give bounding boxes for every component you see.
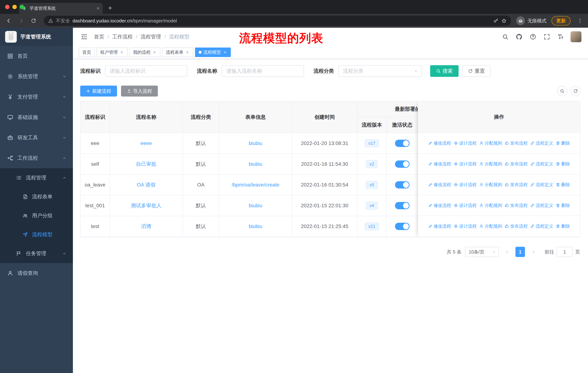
tag-tenant-management[interactable]: 租户管理 <box>97 48 128 57</box>
form-info-link[interactable]: biubiu <box>249 161 262 167</box>
action-publish-link[interactable]: 发布流程 <box>505 182 528 188</box>
action-edit-link[interactable]: 修改流程 <box>428 223 451 229</box>
process-name-link[interactable]: 测试多审批人 <box>131 203 161 208</box>
process-name-link[interactable]: 滔博 <box>141 223 151 229</box>
action-assign-rules-link[interactable]: 分配规则 <box>479 182 502 188</box>
sidebar-item-payment[interactable]: 支付管理 <box>0 87 73 107</box>
process-name-link[interactable]: OA 请假 <box>137 182 156 188</box>
font-size-button[interactable] <box>557 33 565 41</box>
browser-tab[interactable]: 芋道管理系统 <box>19 3 103 14</box>
reset-button[interactable]: 重置 <box>462 65 491 77</box>
action-delete-link[interactable]: 删除 <box>556 223 570 229</box>
fullscreen-button[interactable] <box>543 33 551 41</box>
prev-page-button[interactable] <box>502 247 512 257</box>
form-info-link[interactable]: /bpm/oa/leave/create <box>232 182 279 188</box>
search-button[interactable]: 搜索 <box>430 65 459 77</box>
forward-button[interactable] <box>16 16 26 26</box>
action-definition-link[interactable]: 流程定义 <box>530 202 553 208</box>
sidebar-item-home[interactable]: 首页 <box>0 46 73 66</box>
action-definition-link[interactable]: 流程定义 <box>530 161 553 167</box>
form-info-link[interactable]: biubiu <box>249 141 262 146</box>
sidebar-item-leave-query[interactable]: 请假查询 <box>0 263 73 283</box>
breadcrumb-home[interactable]: 首页 <box>94 33 104 40</box>
current-page-button[interactable]: 1 <box>515 247 525 257</box>
tag-process-model[interactable]: 流程模型 <box>195 48 231 57</box>
active-toggle[interactable] <box>395 202 410 209</box>
active-toggle[interactable] <box>395 181 410 189</box>
breadcrumb-process-management[interactable]: 流程管理 <box>133 33 161 40</box>
import-process-button[interactable]: 导入流程 <box>121 86 158 97</box>
action-edit-link[interactable]: 修改流程 <box>428 161 451 167</box>
action-assign-rules-link[interactable]: 分配规则 <box>479 223 502 229</box>
action-assign-rules-link[interactable]: 分配规则 <box>479 161 502 167</box>
process-name-input[interactable] <box>222 65 304 77</box>
action-publish-link[interactable]: 发布流程 <box>505 140 528 146</box>
back-button[interactable] <box>4 16 14 26</box>
form-info-link[interactable]: biubiu <box>249 203 262 208</box>
action-assign-rules-link[interactable]: 分配规则 <box>479 202 502 208</box>
action-definition-link[interactable]: 流程定义 <box>530 223 553 229</box>
create-process-button[interactable]: 新建流程 <box>80 86 117 97</box>
tag-my-process[interactable]: 我的流程 <box>129 48 160 57</box>
browser-update-button[interactable]: 更新 <box>552 16 570 26</box>
bookmark-star-icon[interactable] <box>501 18 507 23</box>
action-publish-link[interactable]: 发布流程 <box>505 161 528 167</box>
action-design-link[interactable]: 设计流程 <box>454 202 477 208</box>
zoom-window-button[interactable] <box>20 5 24 9</box>
page-size-select[interactable]: 10条/页 <box>465 247 499 257</box>
active-toggle[interactable] <box>395 140 410 147</box>
action-design-link[interactable]: 设计流程 <box>454 161 477 167</box>
process-category-select[interactable]: 流程分类 <box>338 65 422 77</box>
sidebar-item-infrastructure[interactable]: 基础设施 <box>0 107 73 128</box>
new-tab-button[interactable] <box>105 3 115 13</box>
action-definition-link[interactable]: 流程定义 <box>530 182 553 188</box>
github-link-button[interactable] <box>515 33 523 41</box>
action-delete-link[interactable]: 删除 <box>556 202 570 208</box>
help-button[interactable] <box>529 33 537 41</box>
process-name-link[interactable]: eeee <box>141 141 152 146</box>
action-design-link[interactable]: 设计流程 <box>454 182 477 188</box>
action-publish-link[interactable]: 发布流程 <box>505 202 528 208</box>
form-info-link[interactable]: biubiu <box>249 223 262 229</box>
tag-close-icon[interactable] <box>185 50 189 54</box>
action-delete-link[interactable]: 删除 <box>556 161 570 167</box>
close-window-button[interactable] <box>5 5 10 9</box>
sidebar-item-user-group[interactable]: 用户分组 <box>0 206 73 225</box>
action-edit-link[interactable]: 修改流程 <box>428 140 451 146</box>
action-delete-link[interactable]: 删除 <box>556 182 570 188</box>
sidebar-item-process-form[interactable]: 流程表单 <box>0 187 73 206</box>
action-edit-link[interactable]: 修改流程 <box>428 202 451 208</box>
action-design-link[interactable]: 设计流程 <box>454 140 477 146</box>
user-avatar[interactable] <box>570 31 581 42</box>
sidebar-item-system[interactable]: 系统管理 <box>0 66 73 87</box>
tag-home[interactable]: 首页 <box>79 48 95 57</box>
action-design-link[interactable]: 设计流程 <box>454 223 477 229</box>
sidebar-collapse-button[interactable] <box>78 30 90 43</box>
action-definition-link[interactable]: 流程定义 <box>530 140 553 146</box>
security-label[interactable]: 不安全 <box>56 18 70 24</box>
sidebar-item-task-management[interactable]: 任务管理 <box>0 244 73 263</box>
password-key-icon[interactable] <box>493 18 499 23</box>
minimize-window-button[interactable] <box>12 5 17 9</box>
action-publish-link[interactable]: 发布流程 <box>505 223 528 229</box>
browser-menu-button[interactable] <box>576 16 584 25</box>
address-bar[interactable]: 不安全 dashboard.yudao.iocoder.cn/bpm/manag… <box>44 16 511 26</box>
reload-button[interactable] <box>28 16 39 26</box>
tag-close-icon[interactable] <box>152 50 157 54</box>
sidebar-item-workflow[interactable]: 工作流程 <box>0 148 73 168</box>
next-page-button[interactable] <box>529 247 538 257</box>
process-name-link[interactable]: 自己审批 <box>136 161 156 167</box>
sidebar-item-process-management[interactable]: 流程管理 <box>0 168 73 187</box>
refresh-table-button[interactable] <box>570 86 581 96</box>
tag-close-icon[interactable] <box>120 50 124 54</box>
action-delete-link[interactable]: 删除 <box>556 140 570 146</box>
toggle-search-button[interactable] <box>557 86 567 96</box>
tag-close-icon[interactable] <box>223 50 227 54</box>
tag-process-form[interactable]: 流程表单 <box>162 48 193 57</box>
sidebar-item-dev-tools[interactable]: 研发工具 <box>0 128 73 148</box>
header-search-button[interactable] <box>501 33 509 41</box>
sidebar-item-process-model[interactable]: 流程模型 <box>0 225 73 244</box>
active-toggle[interactable] <box>395 161 410 168</box>
goto-page-input[interactable] <box>557 247 573 257</box>
tab-close-icon[interactable] <box>96 7 100 10</box>
